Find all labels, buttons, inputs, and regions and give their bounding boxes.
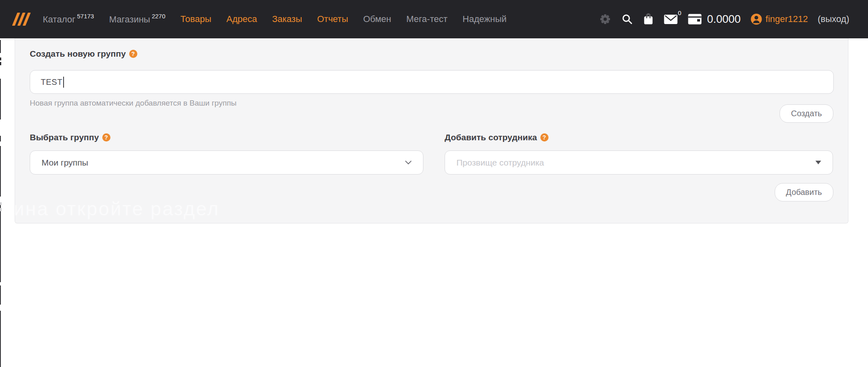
edge-fragment [0,136,1,141]
group-select-dropdown[interactable]: Мои группы [30,150,423,175]
mail-count-badge: 0 [678,9,681,16]
account-balance[interactable]: 0.0000 [707,13,741,26]
brand-logo[interactable] [15,13,28,26]
nav-item-count: 57173 [77,13,94,20]
background-watermark-text: ина откройте раздел [15,197,220,220]
nav-menu-item-адреса[interactable]: Адреса [226,14,257,24]
edge-fragment [0,79,1,119]
nav-menu-item-товары[interactable]: Товары [181,14,211,24]
selected-group-value: Мои группы [42,158,405,168]
shopping-bag-icon[interactable] [643,13,654,26]
nav-menu-item-надежный[interactable]: Надежный [463,14,507,24]
triangle-down-icon [815,161,821,164]
edge-fragment [0,146,1,197]
edge-fragment [0,311,1,367]
user-account[interactable]: finger1212 [751,13,808,25]
add-button[interactable]: Добавить [775,183,833,201]
employee-combobox[interactable]: Прозвище сотрудника [445,150,833,175]
nav-menu-item-магазины[interactable]: Магазины2270 [109,13,165,25]
add-employee-label: Добавить сотрудника ? [445,133,549,142]
help-icon[interactable]: ? [540,133,549,141]
nav-menu-item-каталог[interactable]: Каталог57173 [43,13,94,25]
employee-placeholder: Прозвище сотрудника [456,158,815,168]
new-group-name-input[interactable]: TEST [30,70,834,94]
user-avatar-icon [751,13,762,25]
nav-menu: Каталог57173Магазины2270ТоварыАдресаЗака… [43,13,507,25]
nav-menu-item-заказы[interactable]: Заказы [272,14,302,24]
username-label: finger1212 [766,14,808,24]
edge-fragment [0,285,1,305]
nav-item-count: 2270 [152,13,165,20]
edge-fragment [0,204,1,282]
wallet-icon[interactable] [687,13,702,25]
logout-link[interactable]: (выход) [818,14,850,24]
nav-menu-item-отчеты[interactable]: Отчеты [317,14,348,24]
nav-menu-item-обмен[interactable]: Обмен [363,14,391,24]
edge-watermark-fragment [0,202,2,205]
search-icon[interactable] [621,13,633,25]
help-icon[interactable]: ? [102,133,110,141]
chevron-down-icon [405,161,412,165]
help-icon[interactable]: ? [129,50,137,58]
mail-icon[interactable]: 0 [664,14,678,24]
create-button[interactable]: Создать [780,104,833,123]
select-group-label: Выбрать группу ? [30,133,110,142]
nav-right-cluster: 0 0.0000 finger1212 (выход) [599,13,868,26]
top-nav-bar: Каталог57173Магазины2270ТоварыАдресаЗака… [0,0,868,38]
edge-fragment [0,62,1,65]
create-group-helper-text: Новая группа автоматически добавляется в… [30,99,236,108]
nav-menu-item-мега-тест[interactable]: Мега-тест [406,14,447,24]
input-value: TEST [41,77,62,87]
settings-gear-icon[interactable] [599,13,612,26]
edge-fragment [0,57,1,60]
groups-panel: ина откройте раздел Создать новую группу… [15,38,848,223]
text-cursor [63,77,64,88]
create-group-label: Создать новую группу ? [30,49,137,59]
edge-fragment [0,40,1,53]
edge-watermark-fragment [0,208,2,211]
